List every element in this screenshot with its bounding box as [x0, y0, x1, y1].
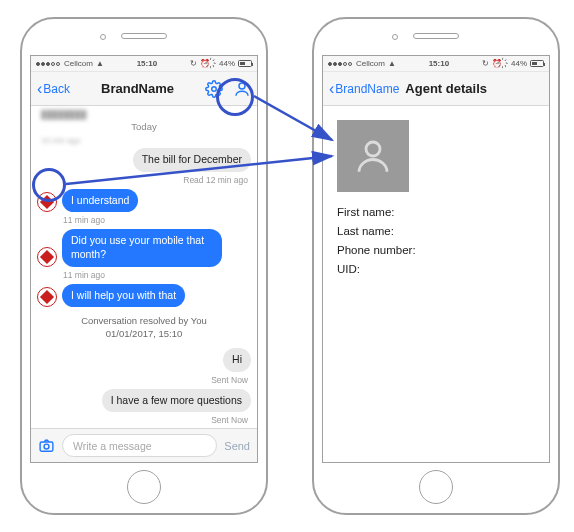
- message-meta: 11 min ago: [37, 215, 251, 225]
- day-separator: Today: [37, 121, 251, 132]
- phone-camera: [100, 34, 106, 40]
- gear-icon[interactable]: [205, 80, 223, 98]
- status-bar: Cellcom ▲ 15:10 ↻ ⏰ ҉ 44%: [31, 56, 257, 72]
- battery-pct-label: 44%: [511, 59, 527, 68]
- orientation-lock-icon: ↻: [482, 59, 489, 68]
- status-bar: Cellcom ▲ 15:10 ↻ ⏰ ҉ 44%: [323, 56, 549, 72]
- phone-speaker: [413, 33, 459, 39]
- agent-photo-placeholder: [337, 120, 409, 192]
- resolved-text-2: 01/01/2017, 15:10: [37, 328, 251, 340]
- carrier-label: Cellcom: [64, 59, 93, 68]
- svg-point-1: [239, 83, 245, 89]
- field-uid: UID:: [337, 263, 535, 275]
- signal-dots-icon: [36, 59, 61, 68]
- alarm-icon: ⏰: [200, 59, 210, 68]
- system-message: Conversation resolved by You 01/01/2017,…: [37, 315, 251, 340]
- svg-point-4: [366, 142, 380, 156]
- svg-point-3: [44, 444, 49, 449]
- camera-icon[interactable]: [38, 437, 55, 454]
- clock-label: 15:10: [399, 59, 479, 68]
- incoming-row: The bill for December: [37, 148, 251, 172]
- phone-speaker: [121, 33, 167, 39]
- message-meta: 11 min ago: [37, 270, 251, 280]
- alarm-icon: ⏰: [492, 59, 502, 68]
- nav-bar: ‹ BrandName Agent details: [323, 72, 549, 106]
- clock-label: 15:10: [107, 59, 187, 68]
- chat-screen: Cellcom ▲ 15:10 ↻ ⏰ ҉ 44% ‹ Back BrandNa…: [30, 55, 258, 463]
- home-button[interactable]: [419, 470, 453, 504]
- ghost-row: ████████: [37, 110, 251, 119]
- outgoing-bubble[interactable]: Did you use your mobile that month?: [62, 229, 222, 266]
- incoming-row: Hi: [37, 348, 251, 372]
- back-label: Back: [43, 82, 70, 96]
- svg-rect-2: [40, 442, 53, 451]
- field-phone-number: Phone number:: [337, 244, 535, 256]
- battery-pct-label: 44%: [219, 59, 235, 68]
- message-meta: Sent Now: [37, 375, 251, 385]
- person-icon: [352, 135, 394, 177]
- agent-details-screen: Cellcom ▲ 15:10 ↻ ⏰ ҉ 44% ‹ BrandName Ag…: [322, 55, 550, 463]
- page-title: Agent details: [399, 81, 543, 96]
- agent-profile-icon[interactable]: [233, 80, 251, 98]
- chevron-left-icon: ‹: [329, 80, 334, 98]
- ghost-meta: 10 min ago: [37, 136, 251, 145]
- incoming-row: I have a few more questions: [37, 389, 251, 413]
- agent-details-body: First name: Last name: Phone number: UID…: [323, 106, 549, 462]
- outgoing-bubble[interactable]: I understand: [62, 189, 138, 213]
- nav-actions: [205, 80, 251, 98]
- wifi-icon: ▲: [96, 59, 104, 68]
- signal-dots-icon: [328, 59, 353, 68]
- nav-bar: ‹ Back BrandName: [31, 72, 257, 106]
- incoming-bubble[interactable]: I have a few more questions: [102, 389, 251, 413]
- agent-avatar-icon[interactable]: [37, 247, 57, 267]
- back-label: BrandName: [335, 82, 399, 96]
- outgoing-row: I understand: [37, 189, 251, 213]
- back-button[interactable]: ‹ Back: [37, 80, 70, 98]
- message-input[interactable]: Write a message: [62, 434, 217, 457]
- wifi-icon: ▲: [388, 59, 396, 68]
- carrier-label: Cellcom: [356, 59, 385, 68]
- incoming-bubble[interactable]: The bill for December: [133, 148, 251, 172]
- input-bar: Write a message Send: [31, 428, 257, 462]
- phone-agent-details: Cellcom ▲ 15:10 ↻ ⏰ ҉ 44% ‹ BrandName Ag…: [312, 17, 560, 515]
- field-last-name: Last name:: [337, 225, 535, 237]
- bluetooth-icon: ҉: [213, 59, 216, 68]
- orientation-lock-icon: ↻: [190, 59, 197, 68]
- outgoing-bubble[interactable]: I will help you with that: [62, 284, 185, 308]
- agent-avatar-icon[interactable]: [37, 287, 57, 307]
- message-meta: Read 12 min ago: [37, 175, 251, 185]
- message-meta: Sent Now: [37, 415, 251, 425]
- incoming-bubble[interactable]: Hi: [223, 348, 251, 372]
- phone-chat: Cellcom ▲ 15:10 ↻ ⏰ ҉ 44% ‹ Back BrandNa…: [20, 17, 268, 515]
- outgoing-row: I will help you with that: [37, 284, 251, 308]
- phone-camera: [392, 34, 398, 40]
- outgoing-row: Did you use your mobile that month?: [37, 229, 251, 266]
- bluetooth-icon: ҉: [505, 59, 508, 68]
- battery-icon: [530, 60, 544, 67]
- back-button[interactable]: ‹ BrandName: [329, 80, 399, 98]
- send-button[interactable]: Send: [224, 440, 250, 452]
- battery-icon: [238, 60, 252, 67]
- home-button[interactable]: [127, 470, 161, 504]
- conversation-body: ████████ Today 10 min ago The bill for D…: [31, 106, 257, 428]
- chevron-left-icon: ‹: [37, 80, 42, 98]
- svg-point-0: [212, 86, 217, 91]
- resolved-text-1: Conversation resolved by You: [37, 315, 251, 327]
- agent-avatar-icon[interactable]: [37, 192, 57, 212]
- page-title: BrandName: [70, 81, 205, 96]
- field-first-name: First name:: [337, 206, 535, 218]
